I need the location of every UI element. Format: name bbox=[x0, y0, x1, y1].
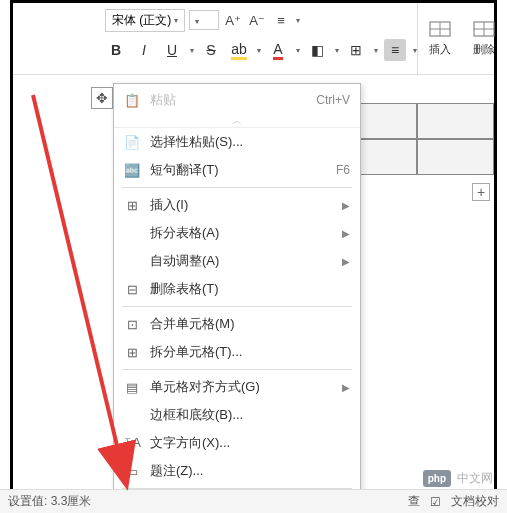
context-menu: 📋 粘贴 Ctrl+V ︿ 📄 选择性粘贴(S)... 🔤 短句翻译(T) F6… bbox=[113, 83, 361, 513]
chevron-down-icon: ▾ bbox=[296, 16, 300, 25]
menu-delete-table[interactable]: ⊟ 删除表格(T) bbox=[114, 275, 360, 303]
line-spacing-icon[interactable]: ≡ bbox=[271, 10, 291, 30]
menu-merge-cells[interactable]: ⊡ 合并单元格(M) bbox=[114, 310, 360, 338]
status-check[interactable]: 查 bbox=[408, 493, 420, 510]
insert-table-button[interactable]: 插入 bbox=[418, 3, 462, 74]
increase-font-icon[interactable]: A⁺ bbox=[223, 10, 243, 30]
menu-split-table[interactable]: 拆分表格(A) ▶ bbox=[114, 219, 360, 247]
watermark-text: 中文网 bbox=[457, 470, 493, 487]
chevron-right-icon: ▶ bbox=[342, 200, 350, 211]
menu-insert[interactable]: ⊞ 插入(I) ▶ bbox=[114, 191, 360, 219]
shading-button[interactable]: ◧ bbox=[306, 39, 328, 61]
delete-table-button[interactable]: 删除 bbox=[462, 3, 506, 74]
add-column-button[interactable]: + bbox=[472, 183, 490, 201]
align-icon: ▤ bbox=[122, 378, 142, 396]
text-direction-icon: 𝙸A bbox=[122, 434, 142, 452]
chevron-right-icon: ▶ bbox=[342, 228, 350, 239]
strikethrough-button[interactable]: S bbox=[200, 39, 222, 61]
chevron-right-icon: ▶ bbox=[342, 256, 350, 267]
grid-icon: ⊞ bbox=[122, 196, 142, 214]
chevron-down-icon: ▾ bbox=[174, 16, 178, 25]
highlight-button[interactable]: ab bbox=[228, 39, 250, 61]
status-left-value: 设置值: 3.3厘米 bbox=[8, 493, 91, 510]
table-insert-icon bbox=[428, 20, 452, 40]
menu-paste-disabled: 📋 粘贴 Ctrl+V bbox=[114, 86, 360, 114]
delete-label: 删除 bbox=[473, 42, 495, 57]
menu-auto-fit[interactable]: 自动调整(A) ▶ bbox=[114, 247, 360, 275]
table-cell[interactable] bbox=[417, 139, 495, 175]
menu-collapse-indicator[interactable]: ︿ bbox=[114, 114, 360, 128]
menu-caption[interactable]: ▭ 题注(Z)... bbox=[114, 457, 360, 485]
chevron-right-icon: ▶ bbox=[342, 382, 350, 393]
table-preview bbox=[339, 103, 494, 175]
menu-text-direction[interactable]: 𝙸A 文字方向(X)... bbox=[114, 429, 360, 457]
menu-borders[interactable]: 边框和底纹(B)... bbox=[114, 401, 360, 429]
status-proof[interactable]: 文档校对 bbox=[451, 493, 499, 510]
bold-button[interactable]: B bbox=[105, 39, 127, 61]
split-icon: ⊞ bbox=[122, 343, 142, 361]
font-color-button[interactable]: A bbox=[267, 39, 289, 61]
caption-icon: ▭ bbox=[122, 462, 142, 480]
paste-icon: 📋 bbox=[122, 91, 142, 109]
translate-icon: 🔤 bbox=[122, 161, 142, 179]
menu-translate[interactable]: 🔤 短句翻译(T) F6 bbox=[114, 156, 360, 184]
proof-icon: ☑ bbox=[430, 495, 441, 509]
italic-button[interactable]: I bbox=[133, 39, 155, 61]
svg-line-7 bbox=[33, 95, 125, 479]
php-logo: php bbox=[423, 470, 451, 487]
align-button[interactable]: ≡ bbox=[384, 39, 406, 61]
watermark: php 中文网 bbox=[423, 470, 493, 487]
font-name-value: 宋体 (正文) bbox=[112, 12, 171, 29]
table-move-handle[interactable]: ✥ bbox=[91, 87, 113, 109]
menu-split-cells[interactable]: ⊞ 拆分单元格(T)... bbox=[114, 338, 360, 366]
underline-button[interactable]: U bbox=[161, 39, 183, 61]
decrease-font-icon[interactable]: A⁻ bbox=[247, 10, 267, 30]
delete-table-icon: ⊟ bbox=[122, 280, 142, 298]
menu-paste-special[interactable]: 📄 选择性粘贴(S)... bbox=[114, 128, 360, 156]
font-family-select[interactable]: 宋体 (正文) ▾ bbox=[105, 9, 185, 32]
table-cell[interactable] bbox=[417, 103, 495, 139]
menu-cell-align[interactable]: ▤ 单元格对齐方式(G) ▶ bbox=[114, 373, 360, 401]
table-delete-icon bbox=[472, 20, 496, 40]
ribbon-toolbar: 宋体 (正文) ▾ ▾ A⁺ A⁻ ≡ ▾ B I U▾ S ab▾ A▾ ◧▾… bbox=[13, 3, 494, 75]
merge-icon: ⊡ bbox=[122, 315, 142, 333]
font-size-select[interactable]: ▾ bbox=[189, 10, 219, 30]
insert-label: 插入 bbox=[429, 42, 451, 57]
status-bar: 设置值: 3.3厘米 查 ☑ 文档校对 bbox=[0, 489, 507, 513]
paste-special-icon: 📄 bbox=[122, 133, 142, 151]
borders-button[interactable]: ⊞ bbox=[345, 39, 367, 61]
